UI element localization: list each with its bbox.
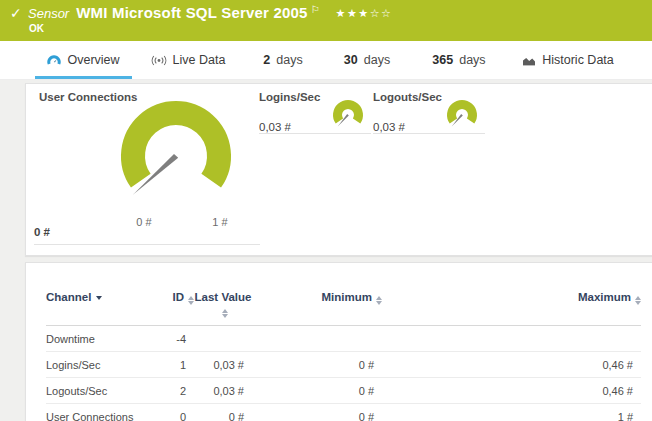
cell-channel: Logins/Sec <box>46 359 151 371</box>
sort-icon <box>635 296 641 305</box>
cell-id: 1 <box>151 359 194 371</box>
table-row[interactable]: Downtime -4 <box>46 326 641 352</box>
tab-30-days-number: 30 <box>344 53 358 67</box>
tab-365-days-number: 365 <box>432 53 453 67</box>
channels-panel: Channel ID Last Value Minimum Maximum Do… <box>25 262 652 421</box>
live-data-icon <box>151 55 167 66</box>
channels-table: Channel ID Last Value Minimum Maximum Do… <box>46 291 641 421</box>
column-header-channel[interactable]: Channel <box>46 291 151 304</box>
cell-min: 0 # <box>252 385 382 397</box>
sensor-title: WMI Microsoft SQL Server 2005 <box>76 4 307 21</box>
cell-max: 0,46 # <box>382 385 641 397</box>
user-connections-value: 0 # <box>34 226 50 238</box>
sensor-title-row: Sensor WMI Microsoft SQL Server 2005 ⚐ ★… <box>28 4 392 21</box>
cell-min: 0 # <box>252 411 382 421</box>
cell-channel: User Connections <box>46 411 151 421</box>
historic-chart-icon <box>522 55 536 66</box>
divider <box>259 133 371 134</box>
tab-365-days-word: days <box>459 53 485 67</box>
logins-value: 0,03 # <box>259 121 291 133</box>
table-row[interactable]: Logouts/Sec 2 0,03 # 0 # 0,46 # <box>46 378 641 404</box>
cell-id: -4 <box>151 333 194 345</box>
gauge-scale-max-label: 1 # <box>204 216 236 228</box>
cell-id: 0 <box>151 411 194 421</box>
tab-overview-label: Overview <box>67 53 119 67</box>
logins-gauge-title: Logins/Sec <box>259 91 320 103</box>
status-ok-check-icon: ✓ <box>10 5 22 21</box>
logouts-gauge <box>443 98 481 130</box>
gauge-icon <box>47 54 61 66</box>
tab-live-data[interactable]: Live Data <box>148 41 228 79</box>
tab-overview[interactable]: Overview <box>35 41 132 79</box>
cell-max: 1 # <box>382 411 641 421</box>
tab-2-days-number: 2 <box>263 53 270 67</box>
sensor-kind-label: Sensor <box>28 6 69 21</box>
flag-icon[interactable]: ⚐ <box>311 4 320 15</box>
cell-id: 2 <box>151 385 194 397</box>
divider <box>34 244 260 245</box>
priority-stars[interactable]: ★★★☆☆ <box>336 7 393 20</box>
table-row[interactable]: User Connections 0 0 # 0 # 1 # <box>46 404 641 421</box>
tab-2-days-word: days <box>276 53 302 67</box>
cell-last: 0,03 # <box>194 385 252 397</box>
tab-historic-data-label: Historic Data <box>542 53 614 67</box>
cell-channel: Logouts/Sec <box>46 385 151 397</box>
column-header-id[interactable]: ID <box>151 291 194 305</box>
sensor-header: ✓ Sensor WMI Microsoft SQL Server 2005 ⚐… <box>0 0 652 41</box>
status-badge: OK <box>29 23 44 34</box>
cell-max: 0,46 # <box>382 359 641 371</box>
divider <box>373 133 485 134</box>
logouts-gauge-title: Logouts/Sec <box>373 91 442 103</box>
sort-descending-icon <box>96 296 102 300</box>
table-row[interactable]: Logins/Sec 1 0,03 # 0 # 0,46 # <box>46 352 641 378</box>
tab-30-days-word: days <box>364 53 390 67</box>
tab-365-days[interactable]: 365 days <box>424 41 494 79</box>
cell-last: 0 # <box>194 411 252 421</box>
tab-historic-data[interactable]: Historic Data <box>520 41 616 79</box>
tab-2-days[interactable]: 2 days <box>258 41 308 79</box>
tab-bar: Overview Live Data 2 days 30 days 365 da… <box>0 41 652 80</box>
cell-last: 0,03 # <box>194 359 252 371</box>
user-connections-gauge <box>111 96 241 218</box>
table-header-row: Channel ID Last Value Minimum Maximum <box>46 291 641 326</box>
sort-icon <box>222 309 228 318</box>
column-header-last-value[interactable]: Last Value <box>194 291 252 318</box>
gauges-panel: User Connections 0 # 1 # 0 # Logins/Sec … <box>25 83 652 256</box>
column-header-maximum[interactable]: Maximum <box>382 291 641 305</box>
gauge-scale-min-label: 0 # <box>128 216 160 228</box>
tab-live-data-label: Live Data <box>173 53 226 67</box>
tab-30-days[interactable]: 30 days <box>338 41 396 79</box>
cell-channel: Downtime <box>46 333 151 345</box>
cell-min: 0 # <box>252 359 382 371</box>
column-header-minimum[interactable]: Minimum <box>252 291 382 305</box>
logouts-value: 0,03 # <box>373 121 405 133</box>
logins-gauge <box>329 98 367 130</box>
